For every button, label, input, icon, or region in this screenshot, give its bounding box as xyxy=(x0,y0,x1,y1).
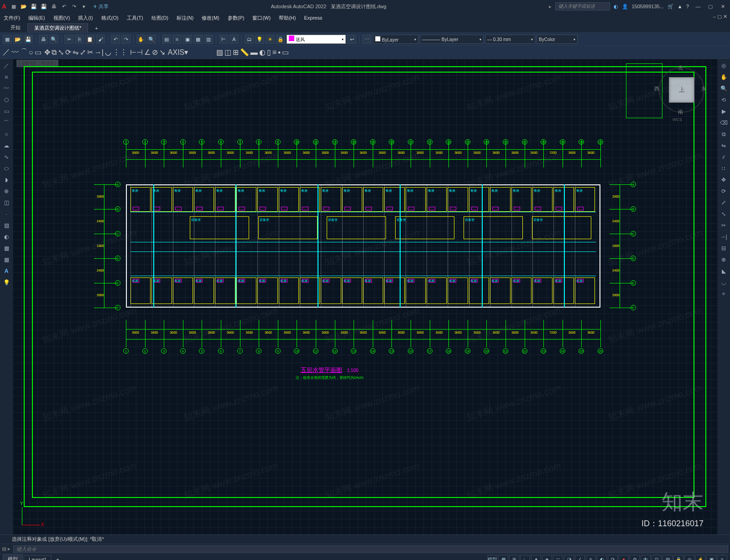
leader-icon[interactable]: ↘ xyxy=(159,48,165,57)
linetype2-dropdown[interactable]: ———— ByLayer▾ xyxy=(420,35,484,44)
stretch-icon[interactable]: ⤡ xyxy=(58,48,64,57)
qat-saveas-icon[interactable]: 💾 xyxy=(40,3,47,10)
tool-revcloud-icon[interactable]: ☁ xyxy=(1,141,11,151)
dimlin-icon[interactable]: ⊢⊣ xyxy=(130,48,143,57)
menu-format[interactable]: 格式(O) xyxy=(101,15,119,21)
lineweight-dropdown[interactable]: — 0.30 mm▾ xyxy=(485,35,535,44)
beam-icon[interactable]: ▭ xyxy=(282,48,289,57)
circle-icon[interactable]: ○ xyxy=(29,48,33,57)
status-transparency-icon[interactable]: ◐ xyxy=(597,555,607,560)
qat-open-icon[interactable]: 📂 xyxy=(20,3,27,10)
tool-mtext-icon[interactable]: A xyxy=(1,266,11,276)
mod-scale-icon[interactable]: ⤢ xyxy=(719,198,729,208)
tool-light-icon[interactable]: 💡 xyxy=(1,277,11,288)
status-polar-icon[interactable]: ✦ xyxy=(531,555,541,560)
tool-ellipse-icon[interactable]: ⬭ xyxy=(1,163,11,173)
mod-mirror-icon[interactable]: ⇋ xyxy=(719,141,729,151)
mod-trim-icon[interactable]: ✂ xyxy=(719,220,729,230)
tool-block-icon[interactable]: ◫ xyxy=(1,198,11,208)
viewcube-face[interactable]: 上 xyxy=(669,77,694,103)
window-icon[interactable]: ▯ xyxy=(267,48,271,57)
cmdline-handle-icon[interactable]: ▤ ▸ xyxy=(2,546,10,552)
status-osnap-icon[interactable]: □ xyxy=(553,555,563,560)
zoom-icon[interactable]: 🔍 xyxy=(147,35,156,44)
status-lock-icon[interactable]: 🔒 xyxy=(673,555,683,560)
layer-lock-icon[interactable]: 🔒 xyxy=(276,35,285,44)
qat-plot-icon[interactable]: 🖶 xyxy=(50,3,57,10)
status-annomon-icon[interactable]: 👁 xyxy=(641,555,651,560)
tool-polygon-icon[interactable]: ⬠ xyxy=(1,95,11,105)
menu-draw[interactable]: 绘图(D) xyxy=(151,15,168,21)
save-icon[interactable]: 💾 xyxy=(24,35,33,44)
menu-param[interactable]: 参数(P) xyxy=(228,15,245,21)
nav-showmotion-icon[interactable]: ▶ xyxy=(719,106,729,116)
menu-window[interactable]: 窗口(W) xyxy=(252,15,271,21)
mod-chamfer-icon[interactable]: ◣ xyxy=(719,266,729,276)
fillet-icon[interactable]: ◡ xyxy=(105,48,111,57)
mod-stretch-icon[interactable]: ⤡ xyxy=(719,209,729,219)
more-icon[interactable]: ⋯ xyxy=(362,35,371,44)
mirror-icon[interactable]: ⇋ xyxy=(73,48,78,57)
status-lwt-icon[interactable]: ≡ xyxy=(586,555,596,560)
mod-array-icon[interactable]: ∷ xyxy=(719,163,729,173)
status-snap-icon[interactable]: ⊞ xyxy=(509,555,519,560)
blocks-icon[interactable]: ▣ xyxy=(183,35,192,44)
menu-insert[interactable]: 插入(I) xyxy=(78,15,93,21)
qat-save-icon[interactable]: 💾 xyxy=(30,3,37,10)
mod-explode-icon[interactable]: ✧ xyxy=(719,289,729,299)
tab-add[interactable]: + xyxy=(88,24,104,32)
pan-icon[interactable]: ✋ xyxy=(136,35,146,44)
menu-view[interactable]: 视图(V) xyxy=(53,15,70,21)
open-icon[interactable]: 📂 xyxy=(13,35,22,44)
user-label[interactable]: 1505999135... xyxy=(632,4,664,9)
tool-line-icon[interactable]: ／ xyxy=(1,61,11,71)
viewcube[interactable]: 北 南 东 西 上 WCS xyxy=(654,64,709,119)
move-icon[interactable]: ✥ xyxy=(44,48,50,57)
layer-freeze-icon[interactable]: ☀ xyxy=(266,35,275,44)
mdi-restore-button[interactable]: – ▢ ✕ xyxy=(713,14,727,20)
tool-hatch-icon[interactable]: ▨ xyxy=(1,220,11,230)
menu-modify[interactable]: 修改(M) xyxy=(202,15,219,21)
axis-dropdown[interactable]: AXIS▾ xyxy=(168,48,214,57)
tool-point-icon[interactable]: · xyxy=(1,209,11,219)
status-quickprops-icon[interactable]: ▤ xyxy=(662,555,673,560)
mod-join-icon[interactable]: ⊕ xyxy=(719,255,729,265)
block-icon[interactable]: ◫ xyxy=(224,48,231,57)
status-annoscale-icon[interactable]: 🔺 xyxy=(619,555,629,560)
viewcube-wcs[interactable]: WCS xyxy=(673,117,682,122)
menu-dim[interactable]: 标注(N) xyxy=(177,15,193,21)
rect-icon[interactable]: ▭ xyxy=(35,48,42,57)
status-cleanscreen-icon[interactable]: ▣ xyxy=(706,555,716,560)
viewcube-south[interactable]: 南 xyxy=(678,109,683,115)
search-input[interactable]: 键入关键字或短语 xyxy=(555,2,610,10)
menu-express[interactable]: Express xyxy=(304,15,322,21)
drawing-canvas[interactable]: [-][俯视][二维线框] 北 南 东 西 上 WCS 136002360033… xyxy=(13,59,717,534)
mod-fillet-icon[interactable]: ◡ xyxy=(719,277,729,288)
sheet-icon[interactable]: ▥ xyxy=(204,35,213,44)
status-otrack-icon[interactable]: ∠ xyxy=(575,555,585,560)
signin-icon[interactable]: ◐ xyxy=(614,4,618,10)
preview-icon[interactable]: 🔍 xyxy=(49,35,58,44)
tab-file[interactable]: 某酒店空调设计图纸* xyxy=(27,23,88,32)
stair-icon[interactable]: ≡ xyxy=(272,48,276,57)
mod-move-icon[interactable]: ✥ xyxy=(719,175,729,185)
layout-tab-layout1[interactable]: Layout1 xyxy=(24,555,52,560)
layout-add-button[interactable]: + xyxy=(52,556,63,560)
status-cycling-icon[interactable]: ⟳ xyxy=(608,555,618,560)
undo2-icon[interactable]: ↶ xyxy=(111,35,120,44)
mod-break-icon[interactable]: ⊟ xyxy=(719,243,729,253)
nav-orbit-icon[interactable]: ⟲ xyxy=(719,95,729,105)
column-icon[interactable]: ▪ xyxy=(278,48,281,57)
line-icon[interactable]: ／ xyxy=(3,47,10,57)
mod-erase-icon[interactable]: ⌫ xyxy=(719,118,729,128)
dimrad-icon[interactable]: ⊘ xyxy=(152,48,158,57)
array-icon[interactable]: ⋮⋮ xyxy=(113,48,127,57)
measure-icon[interactable]: 📏 xyxy=(240,48,249,57)
menu-help[interactable]: 帮助(H) xyxy=(279,15,296,21)
status-ortho-icon[interactable]: ∟ xyxy=(520,555,530,560)
close-button[interactable]: ✕ xyxy=(717,4,728,10)
group-icon[interactable]: ⊞ xyxy=(233,48,239,57)
tool-spline-icon[interactable]: ∿ xyxy=(1,152,11,162)
hatch-icon[interactable]: ▨ xyxy=(216,48,223,57)
status-3dosnap-icon[interactable]: ◪ xyxy=(564,555,574,560)
